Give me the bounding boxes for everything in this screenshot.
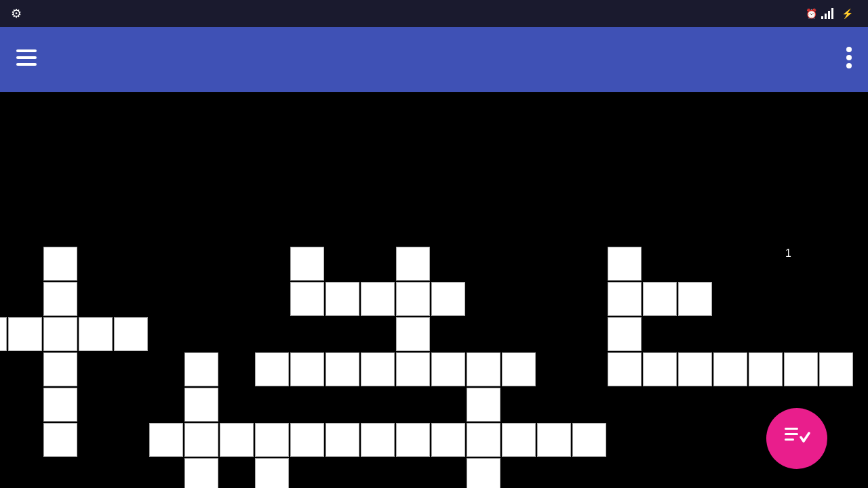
crossword-cell[interactable] [149, 423, 183, 457]
crossword-cell[interactable] [43, 317, 77, 351]
crossword-cell[interactable] [678, 352, 712, 386]
svg-rect-8 [785, 439, 794, 441]
crossword-cell[interactable] [255, 458, 289, 488]
settings-icon: ⚙ [11, 6, 22, 21]
crossword-cell[interactable] [361, 352, 395, 386]
crossword-cell[interactable] [431, 282, 465, 316]
svg-rect-1 [16, 56, 37, 59]
status-left: ⚙ [11, 6, 27, 21]
crossword-cell[interactable] [326, 352, 359, 386]
crossword-cell[interactable] [326, 423, 359, 457]
crossword-cell[interactable] [43, 247, 77, 281]
crossword-cell[interactable] [290, 247, 324, 281]
crossword-cell[interactable] [396, 247, 430, 281]
svg-rect-2 [16, 63, 37, 66]
crossword-cell[interactable] [749, 352, 783, 386]
battery-charging-icon: ⚡ [842, 8, 853, 19]
status-right: ⏰ ⚡ [806, 8, 857, 19]
crossword-grid[interactable]: 12345172834511971013 [0, 92, 868, 488]
crossword-cell[interactable] [608, 352, 642, 386]
status-bar: ⚙ ⏰ ⚡ [0, 0, 868, 27]
crossword-cell[interactable] [0, 317, 7, 351]
crossword-cell[interactable] [396, 317, 430, 351]
hamburger-button[interactable] [16, 49, 37, 70]
crossword-cell[interactable] [678, 282, 712, 316]
more-menu-button[interactable] [846, 47, 852, 73]
crossword-cell[interactable] [643, 282, 677, 316]
svg-rect-6 [785, 428, 798, 430]
crossword-cell[interactable] [220, 423, 254, 457]
crossword-cell[interactable] [572, 423, 606, 457]
crossword-cell[interactable] [184, 388, 218, 422]
crossword-cell[interactable] [361, 282, 395, 316]
crossword-cell[interactable] [431, 423, 465, 457]
crossword-cell[interactable] [255, 423, 289, 457]
svg-point-4 [846, 55, 852, 60]
crossword-cell[interactable] [396, 352, 430, 386]
crossword-cell[interactable] [713, 352, 747, 386]
crossword-cell[interactable] [290, 352, 324, 386]
crossword-cell[interactable] [290, 423, 324, 457]
crossword-cell[interactable] [43, 282, 77, 316]
crossword-cell[interactable] [8, 317, 42, 351]
crossword-cell[interactable] [537, 423, 571, 457]
crossword-cell[interactable] [43, 352, 77, 386]
svg-point-5 [846, 63, 852, 68]
crossword-cell[interactable] [467, 352, 500, 386]
crossword-cell[interactable] [43, 388, 77, 422]
crossword-cell[interactable] [255, 352, 289, 386]
crossword-cell[interactable] [608, 317, 642, 351]
checklist-icon [782, 421, 812, 456]
crossword-cell[interactable] [784, 352, 818, 386]
crossword-cell[interactable] [502, 352, 536, 386]
svg-rect-0 [16, 49, 37, 52]
crossword-cell[interactable] [502, 423, 536, 457]
crossword-cell[interactable] [431, 352, 465, 386]
crossword-cell[interactable] [184, 352, 218, 386]
svg-point-3 [846, 47, 852, 52]
cell-number-1: 1 [785, 247, 791, 260]
crossword-cell[interactable] [467, 423, 500, 457]
crossword-cell[interactable] [396, 282, 430, 316]
crossword-cell[interactable] [43, 423, 77, 457]
crossword-cell[interactable] [114, 317, 148, 351]
crossword-cell[interactable] [396, 423, 430, 457]
crossword-cell[interactable] [290, 282, 324, 316]
app-bar [0, 27, 868, 92]
crossword-cell[interactable] [819, 352, 853, 386]
crossword-cell[interactable] [608, 247, 642, 281]
alarm-icon: ⏰ [806, 8, 817, 19]
svg-rect-7 [785, 433, 798, 435]
crossword-cell[interactable] [643, 352, 677, 386]
crossword-cell[interactable] [467, 458, 500, 488]
crossword-cell[interactable] [184, 423, 218, 457]
fab-button[interactable] [766, 408, 827, 469]
crossword-cell[interactable] [184, 458, 218, 488]
crossword-cell[interactable] [326, 282, 359, 316]
crossword-cell[interactable] [467, 388, 500, 422]
crossword-cell[interactable] [79, 317, 113, 351]
crossword-cell[interactable] [608, 282, 642, 316]
crossword-cell[interactable] [361, 423, 395, 457]
signal-bars [821, 8, 833, 19]
